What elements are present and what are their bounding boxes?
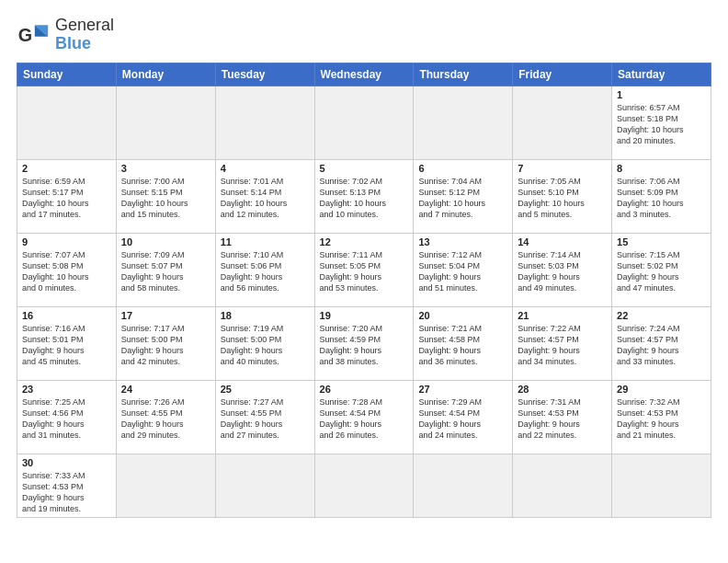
day-number: 22	[617, 310, 706, 321]
calendar-cell: 5Sunrise: 7:02 AMSunset: 5:13 PMDaylight…	[314, 159, 414, 233]
day-number: 7	[518, 163, 607, 174]
day-info: Sunrise: 7:24 AMSunset: 4:57 PMDaylight:…	[617, 323, 706, 368]
day-number: 24	[121, 384, 210, 395]
day-info: Sunrise: 7:31 AMSunset: 4:53 PMDaylight:…	[518, 396, 607, 442]
day-info: Sunrise: 7:14 AMSunset: 5:03 PMDaylight:…	[518, 249, 607, 294]
day-number: 6	[418, 163, 507, 174]
day-number: 16	[22, 310, 111, 321]
day-info: Sunrise: 7:12 AMSunset: 5:04 PMDaylight:…	[418, 249, 507, 294]
day-number: 23	[22, 384, 111, 395]
calendar-cell	[17, 86, 117, 159]
calendar-cell: 18Sunrise: 7:19 AMSunset: 5:00 PMDayligh…	[215, 306, 314, 380]
day-info: Sunrise: 7:09 AMSunset: 5:07 PMDaylight:…	[121, 249, 210, 294]
calendar-cell	[513, 86, 612, 159]
calendar-cell: 19Sunrise: 7:20 AMSunset: 4:59 PMDayligh…	[314, 306, 414, 380]
weekday-monday: Monday	[116, 63, 215, 86]
svg-text:G: G	[18, 25, 32, 45]
day-number: 9	[22, 236, 111, 247]
calendar-cell: 29Sunrise: 7:32 AMSunset: 4:53 PMDayligh…	[612, 380, 711, 454]
day-number: 25	[221, 384, 310, 395]
calendar-cell: 30Sunrise: 7:33 AMSunset: 4:53 PMDayligh…	[17, 454, 117, 518]
day-info: Sunrise: 7:11 AMSunset: 5:05 PMDaylight:…	[320, 249, 409, 294]
calendar-cell: 25Sunrise: 7:27 AMSunset: 4:55 PMDayligh…	[215, 380, 314, 454]
day-number: 17	[121, 310, 210, 321]
week-row-4: 16Sunrise: 7:16 AMSunset: 5:01 PMDayligh…	[17, 306, 711, 380]
calendar-cell: 2Sunrise: 6:59 AMSunset: 5:17 PMDaylight…	[17, 159, 117, 233]
day-info: Sunrise: 7:32 AMSunset: 4:53 PMDaylight:…	[617, 396, 706, 442]
day-number: 30	[22, 457, 111, 468]
calendar-cell	[612, 454, 711, 518]
calendar-cell: 11Sunrise: 7:10 AMSunset: 5:06 PMDayligh…	[215, 233, 314, 306]
day-info: Sunrise: 7:29 AMSunset: 4:54 PMDaylight:…	[418, 396, 507, 442]
day-info: Sunrise: 7:10 AMSunset: 5:06 PMDaylight:…	[221, 249, 310, 294]
calendar-cell	[414, 454, 513, 518]
calendar-cell: 28Sunrise: 7:31 AMSunset: 4:53 PMDayligh…	[513, 380, 612, 454]
weekday-sunday: Sunday	[17, 63, 117, 86]
logo-icon: G	[17, 18, 50, 52]
day-info: Sunrise: 7:19 AMSunset: 5:00 PMDaylight:…	[221, 323, 310, 368]
day-number: 14	[518, 236, 607, 247]
day-number: 20	[418, 310, 507, 321]
day-info: Sunrise: 7:28 AMSunset: 4:54 PMDaylight:…	[320, 396, 409, 442]
week-row-6: 30Sunrise: 7:33 AMSunset: 4:53 PMDayligh…	[17, 454, 711, 518]
day-info: Sunrise: 7:16 AMSunset: 5:01 PMDaylight:…	[22, 323, 111, 368]
day-info: Sunrise: 7:20 AMSunset: 4:59 PMDaylight:…	[320, 323, 409, 368]
day-info: Sunrise: 7:25 AMSunset: 4:56 PMDaylight:…	[22, 396, 111, 442]
calendar-cell: 20Sunrise: 7:21 AMSunset: 4:58 PMDayligh…	[414, 306, 513, 380]
calendar-cell: 4Sunrise: 7:01 AMSunset: 5:14 PMDaylight…	[215, 159, 314, 233]
day-info: Sunrise: 7:17 AMSunset: 5:00 PMDaylight:…	[121, 323, 210, 368]
day-number: 21	[518, 310, 607, 321]
day-number: 3	[121, 163, 210, 174]
day-info: Sunrise: 6:57 AMSunset: 5:18 PMDaylight:…	[617, 102, 706, 147]
calendar-body: 1Sunrise: 6:57 AMSunset: 5:18 PMDaylight…	[17, 86, 711, 518]
weekday-wednesday: Wednesday	[314, 63, 414, 86]
calendar-cell: 24Sunrise: 7:26 AMSunset: 4:55 PMDayligh…	[116, 380, 215, 454]
week-row-3: 9Sunrise: 7:07 AMSunset: 5:08 PMDaylight…	[17, 233, 711, 306]
calendar-cell	[314, 454, 414, 518]
calendar-cell: 7Sunrise: 7:05 AMSunset: 5:10 PMDaylight…	[513, 159, 612, 233]
calendar-cell: 13Sunrise: 7:12 AMSunset: 5:04 PMDayligh…	[414, 233, 513, 306]
day-number: 18	[221, 310, 310, 321]
calendar-cell: 21Sunrise: 7:22 AMSunset: 4:57 PMDayligh…	[513, 306, 612, 380]
weekday-tuesday: Tuesday	[215, 63, 314, 86]
calendar-cell: 12Sunrise: 7:11 AMSunset: 5:05 PMDayligh…	[314, 233, 414, 306]
calendar-cell: 17Sunrise: 7:17 AMSunset: 5:00 PMDayligh…	[116, 306, 215, 380]
day-number: 12	[320, 236, 409, 247]
weekday-row: SundayMondayTuesdayWednesdayThursdayFrid…	[17, 63, 711, 86]
weekday-friday: Friday	[513, 63, 612, 86]
calendar-cell: 16Sunrise: 7:16 AMSunset: 5:01 PMDayligh…	[17, 306, 117, 380]
day-info: Sunrise: 7:21 AMSunset: 4:58 PMDaylight:…	[418, 323, 507, 368]
week-row-1: 1Sunrise: 6:57 AMSunset: 5:18 PMDaylight…	[17, 86, 711, 159]
day-number: 27	[418, 384, 507, 395]
day-number: 26	[320, 384, 409, 395]
calendar-cell: 23Sunrise: 7:25 AMSunset: 4:56 PMDayligh…	[17, 380, 117, 454]
day-info: Sunrise: 7:02 AMSunset: 5:13 PMDaylight:…	[320, 176, 409, 221]
calendar-cell: 22Sunrise: 7:24 AMSunset: 4:57 PMDayligh…	[612, 306, 711, 380]
calendar: SundayMondayTuesdayWednesdayThursdayFrid…	[17, 63, 711, 519]
day-number: 28	[518, 384, 607, 395]
day-info: Sunrise: 7:04 AMSunset: 5:12 PMDaylight:…	[418, 176, 507, 221]
day-info: Sunrise: 7:07 AMSunset: 5:08 PMDaylight:…	[22, 249, 111, 294]
day-info: Sunrise: 7:00 AMSunset: 5:15 PMDaylight:…	[121, 176, 210, 221]
calendar-cell: 6Sunrise: 7:04 AMSunset: 5:12 PMDaylight…	[414, 159, 513, 233]
day-info: Sunrise: 7:15 AMSunset: 5:02 PMDaylight:…	[617, 249, 706, 294]
day-info: Sunrise: 7:06 AMSunset: 5:09 PMDaylight:…	[617, 176, 706, 221]
calendar-cell: 15Sunrise: 7:15 AMSunset: 5:02 PMDayligh…	[612, 233, 711, 306]
day-info: Sunrise: 7:27 AMSunset: 4:55 PMDaylight:…	[221, 396, 310, 442]
calendar-cell	[414, 86, 513, 159]
day-number: 13	[418, 236, 507, 247]
day-number: 1	[617, 89, 706, 100]
calendar-cell: 8Sunrise: 7:06 AMSunset: 5:09 PMDaylight…	[612, 159, 711, 233]
calendar-cell	[116, 454, 215, 518]
day-info: Sunrise: 6:59 AMSunset: 5:17 PMDaylight:…	[22, 176, 111, 221]
weekday-saturday: Saturday	[612, 63, 711, 86]
calendar-cell: 1Sunrise: 6:57 AMSunset: 5:18 PMDaylight…	[612, 86, 711, 159]
logo-text: General Blue	[55, 17, 114, 53]
calendar-cell	[116, 86, 215, 159]
calendar-cell	[215, 86, 314, 159]
calendar-cell: 3Sunrise: 7:00 AMSunset: 5:15 PMDaylight…	[116, 159, 215, 233]
day-info: Sunrise: 7:22 AMSunset: 4:57 PMDaylight:…	[518, 323, 607, 368]
day-number: 29	[617, 384, 706, 395]
day-number: 11	[221, 236, 310, 247]
logo: G General Blue	[17, 17, 114, 53]
